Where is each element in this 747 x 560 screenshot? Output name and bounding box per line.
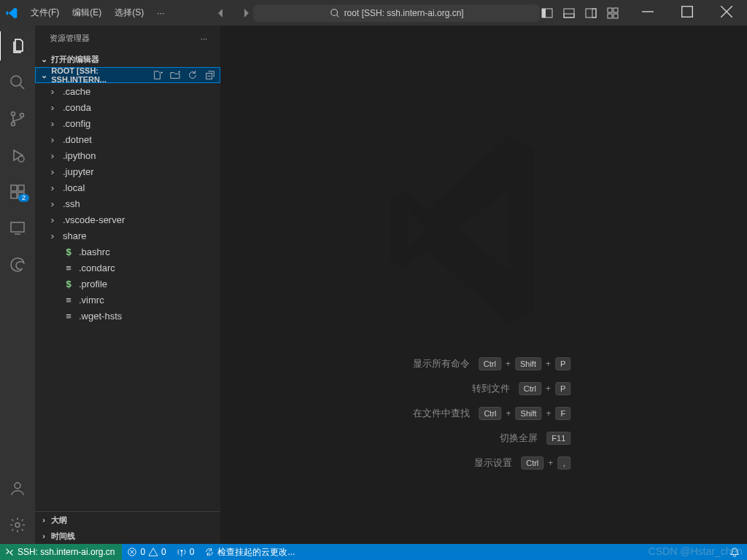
menu-edit[interactable]: 编辑(E) bbox=[66, 4, 107, 22]
window-minimize[interactable] bbox=[633, 3, 662, 23]
sidebar-explorer: 资源管理器 ··· ⌄ 打开的编辑器 ⌄ ROOT [SSH: SSH.INTE… bbox=[35, 26, 221, 544]
status-remote-host[interactable]: SSH: ssh.intern-ai.org.cn bbox=[0, 544, 122, 560]
activity-edge[interactable] bbox=[0, 250, 35, 279]
activity-settings[interactable] bbox=[0, 510, 35, 540]
section-open-editors[interactable]: ⌄ 打开的编辑器 bbox=[35, 51, 220, 67]
tree-folder[interactable]: ›.ssh bbox=[35, 195, 220, 211]
collapse-all-icon[interactable] bbox=[205, 70, 215, 80]
svg-point-0 bbox=[330, 9, 337, 15]
svg-rect-8 bbox=[608, 8, 612, 12]
key: Ctrl bbox=[521, 456, 543, 470]
vscode-watermark-icon bbox=[386, 128, 590, 332]
chevron-right-icon: › bbox=[47, 166, 58, 177]
activity-debug[interactable] bbox=[0, 141, 35, 170]
status-ports[interactable]: 0 bbox=[171, 544, 200, 560]
sidebar-more-icon[interactable]: ··· bbox=[201, 34, 207, 43]
key: , bbox=[557, 456, 570, 470]
sidebar-title: 资源管理器 ··· bbox=[35, 26, 220, 51]
tree-folder[interactable]: ›.dotnet bbox=[35, 131, 220, 147]
layout-sidebar-right-icon[interactable] bbox=[585, 7, 597, 19]
activity-explorer[interactable] bbox=[0, 31, 34, 61]
svg-point-22 bbox=[18, 156, 24, 162]
tree-label: .vimrc bbox=[79, 295, 104, 306]
section-timeline[interactable]: › 时间线 bbox=[35, 528, 220, 544]
tree-label: .config bbox=[63, 118, 90, 129]
tree-label: .ipython bbox=[63, 150, 96, 161]
activity-search[interactable] bbox=[0, 68, 35, 97]
svg-point-30 bbox=[15, 523, 20, 527]
refresh-icon[interactable] bbox=[187, 70, 198, 80]
layout-customize-icon[interactable] bbox=[607, 7, 619, 19]
status-problems[interactable]: 0 0 bbox=[122, 544, 171, 560]
tree-file[interactable]: $.bashrc bbox=[35, 244, 220, 260]
file-icon: ≡ bbox=[63, 262, 74, 273]
menu-more[interactable]: ··· bbox=[151, 5, 170, 21]
tree-folder[interactable]: ›.cache bbox=[35, 83, 220, 99]
new-folder-icon[interactable] bbox=[170, 70, 180, 80]
status-sync[interactable]: 检查挂起的云更改... bbox=[199, 544, 300, 560]
section-outline[interactable]: › 大纲 bbox=[35, 512, 220, 528]
layout-panel-icon[interactable] bbox=[563, 7, 575, 19]
new-file-icon[interactable] bbox=[152, 70, 163, 80]
svg-rect-13 bbox=[682, 7, 693, 18]
chevron-right-icon: › bbox=[47, 198, 58, 209]
svg-point-18 bbox=[12, 112, 15, 116]
nav-back-icon[interactable] bbox=[215, 7, 227, 19]
file-icon: $ bbox=[63, 246, 74, 257]
section-workspace[interactable]: ⌄ ROOT [SSH: SSH.INTERN... bbox=[35, 67, 220, 83]
remote-icon bbox=[4, 547, 15, 557]
activitybar: 2 bbox=[0, 26, 35, 544]
layout-sidebar-left-icon[interactable] bbox=[541, 7, 553, 19]
edge-icon bbox=[9, 256, 26, 273]
activity-extensions[interactable]: 2 bbox=[0, 177, 35, 206]
tree-folder[interactable]: ›share bbox=[35, 228, 220, 244]
menu-file[interactable]: 文件(F) bbox=[25, 4, 65, 22]
tree-file[interactable]: ≡.vimrc bbox=[35, 292, 220, 308]
svg-rect-24 bbox=[11, 192, 17, 198]
tree-folder[interactable]: ›.vscode-server bbox=[35, 211, 220, 228]
tree-folder[interactable]: ›.local bbox=[35, 179, 220, 195]
csdn-watermark: CSDN @Hstar_chen bbox=[649, 545, 743, 557]
tree-label: .conda bbox=[63, 102, 91, 113]
chevron-right-icon: › bbox=[47, 150, 58, 161]
tree-label: share bbox=[63, 230, 87, 241]
command-center-text: root [SSH: ssh.intern-ai.org.cn] bbox=[344, 8, 464, 18]
svg-point-19 bbox=[12, 122, 15, 126]
menu-select[interactable]: 选择(S) bbox=[109, 4, 150, 22]
chevron-right-icon: › bbox=[47, 102, 58, 113]
shortcut-row: 显示所有命令Ctrl+Shift+P bbox=[404, 357, 571, 370]
shortcut-row: 显示设置Ctrl+, bbox=[404, 456, 571, 470]
svg-rect-4 bbox=[564, 9, 574, 18]
sync-icon bbox=[204, 547, 214, 557]
tree-label: .profile bbox=[79, 279, 107, 289]
activity-remote-explorer[interactable] bbox=[0, 214, 35, 243]
editor-area: 显示所有命令Ctrl+Shift+P转到文件Ctrl+P在文件中查找Ctrl+S… bbox=[221, 26, 747, 544]
tree-label: .condarc bbox=[79, 262, 115, 273]
key: F11 bbox=[546, 432, 570, 445]
file-icon: ≡ bbox=[63, 295, 74, 306]
chevron-down-icon: ⌄ bbox=[38, 53, 50, 65]
nav-forward-icon[interactable] bbox=[240, 7, 252, 19]
command-center[interactable]: root [SSH: ssh.intern-ai.org.cn] bbox=[253, 4, 540, 22]
window-maximize[interactable] bbox=[673, 3, 702, 23]
chevron-right-icon: › bbox=[47, 134, 58, 145]
chevron-right-icon: › bbox=[47, 214, 58, 225]
key: Ctrl bbox=[519, 382, 541, 395]
chevron-right-icon: › bbox=[38, 514, 50, 526]
tree-file[interactable]: $.profile bbox=[35, 276, 220, 292]
extensions-badge: 2 bbox=[18, 194, 29, 202]
activity-source-control[interactable] bbox=[0, 104, 35, 133]
svg-rect-23 bbox=[11, 185, 17, 191]
file-icon: ≡ bbox=[63, 311, 74, 322]
tree-file[interactable]: ≡.wget-hsts bbox=[35, 308, 220, 324]
svg-rect-6 bbox=[586, 9, 596, 18]
tree-folder[interactable]: ›.config bbox=[35, 115, 220, 131]
chevron-right-icon: › bbox=[47, 86, 58, 97]
tree-folder[interactable]: ›.jupyter bbox=[35, 163, 220, 179]
tree-folder[interactable]: ›.ipython bbox=[35, 147, 220, 163]
file-icon: $ bbox=[63, 279, 74, 289]
tree-folder[interactable]: ›.conda bbox=[35, 99, 220, 115]
window-close[interactable] bbox=[712, 3, 741, 23]
activity-account[interactable] bbox=[0, 474, 35, 503]
tree-file[interactable]: ≡.condarc bbox=[35, 260, 220, 276]
